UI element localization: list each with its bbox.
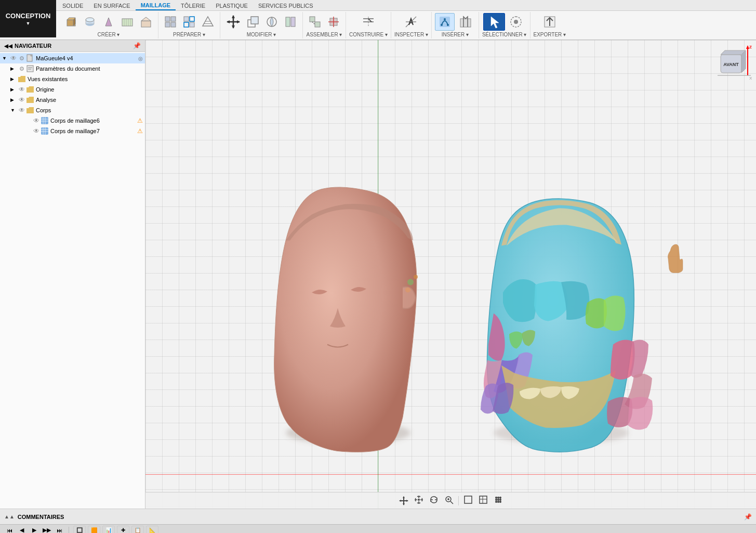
svg-rect-6: [122, 19, 132, 26]
btn-inserer-1[interactable]: [435, 13, 455, 31]
folder-origine-icon: [26, 85, 34, 94]
nav-item-params[interactable]: ▶ ⚙ Paramètres du document: [0, 63, 145, 74]
creer-label[interactable]: CRÉER ▾: [98, 31, 120, 37]
nav-item-corps[interactable]: ▼ 👁 Corps: [0, 105, 145, 115]
status-bar: ⏮ ◀ ▶ ▶▶ ⏭ 🔲 🟧 📊 ✚ 📋 📐: [0, 524, 756, 533]
assembler-label[interactable]: ASSEMBLER ▾: [307, 31, 342, 37]
playback-play[interactable]: ▶: [29, 526, 39, 534]
status-btn-6[interactable]: 📐: [146, 526, 158, 534]
btn-prepare-3[interactable]: [199, 14, 217, 30]
svg-rect-59: [41, 117, 48, 124]
btn-assembler-1[interactable]: [306, 14, 324, 30]
btn-selectionner-1[interactable]: [483, 13, 505, 31]
tab-services-publics[interactable]: SERVICES PUBLICS: [253, 2, 319, 10]
playback-last[interactable]: ⏭: [54, 526, 64, 534]
eye-maillage6[interactable]: 👁: [32, 117, 41, 124]
folder-vues-icon: [18, 75, 26, 83]
toolbar-wireframe-btn[interactable]: [461, 495, 475, 507]
btn-create-4[interactable]: [118, 14, 136, 30]
expand-params[interactable]: ▶: [10, 66, 18, 71]
btn-create-2[interactable]: [81, 14, 99, 30]
svg-line-89: [450, 501, 453, 504]
preparer-label[interactable]: PRÉPARER ▾: [173, 31, 205, 37]
expand-analyse[interactable]: ▶: [10, 97, 18, 102]
btn-exporter-1[interactable]: [540, 13, 560, 31]
btn-create-5[interactable]: [137, 14, 155, 30]
nav-collapse-btn[interactable]: ◀◀: [4, 43, 12, 49]
eye-root[interactable]: 👁: [9, 55, 18, 62]
comments-pin-btn[interactable]: 📌: [744, 513, 752, 521]
toolbar-dots-btn[interactable]: [492, 495, 505, 507]
btn-modifier-4[interactable]: [282, 14, 299, 30]
btn-assembler-2[interactable]: [325, 14, 342, 30]
modifier-label[interactable]: MODIFIER ▾: [247, 31, 276, 37]
tab-tolerie[interactable]: TÔLERIE: [176, 2, 210, 10]
playback-first[interactable]: ⏮: [4, 526, 15, 534]
nav-item-maillage6[interactable]: 👁 Corps de maillage6 ⚠: [0, 115, 145, 126]
gear-root[interactable]: ⚙: [18, 55, 26, 62]
eye-analyse[interactable]: 👁: [18, 96, 26, 103]
svg-text:Z: Z: [749, 45, 752, 49]
svg-marker-58: [26, 107, 34, 113]
eye-corps[interactable]: 👁: [18, 107, 26, 114]
inspecter-label[interactable]: INSPECTER ▾: [394, 31, 428, 37]
exporter-label[interactable]: EXPORTER ▾: [534, 31, 566, 37]
nav-item-analyse[interactable]: ▶ 👁 Analyse: [0, 95, 145, 105]
mesh7-icon: [41, 127, 49, 135]
eye-maillage7[interactable]: 👁: [32, 127, 41, 135]
btn-modifier-move[interactable]: [223, 13, 243, 31]
status-btn-4[interactable]: ✚: [117, 526, 129, 534]
toolbar-zoom-btn[interactable]: [442, 495, 456, 507]
expand-root[interactable]: ▼: [2, 56, 9, 61]
toolbar-grid-btn[interactable]: [476, 495, 490, 507]
playback-prev[interactable]: ◀: [17, 526, 27, 534]
expand-corps[interactable]: ▼: [10, 108, 18, 113]
svg-marker-85: [399, 500, 401, 502]
toolbar-rotate-btn[interactable]: [427, 495, 441, 507]
nav-item-vues[interactable]: ▶ Vues existantes: [0, 74, 145, 84]
btn-prepare-2[interactable]: [180, 14, 198, 30]
svg-marker-57: [26, 97, 34, 103]
tab-solide[interactable]: SOLIDE: [57, 2, 88, 10]
toolbar-move-btn[interactable]: [397, 495, 410, 507]
comments-collapse-btn[interactable]: ▲▲: [4, 514, 15, 519]
btn-inspecter-1[interactable]: [401, 13, 421, 31]
status-btn-2[interactable]: 🟧: [88, 526, 100, 534]
svg-marker-86: [406, 500, 408, 502]
nav-analyse-label: Analyse: [36, 97, 56, 103]
btn-construire-1[interactable]: [359, 13, 378, 31]
svg-point-45: [447, 24, 449, 26]
btn-inserer-2[interactable]: [456, 13, 475, 31]
btn-selectionner-2[interactable]: [506, 13, 526, 31]
btn-modifier-2[interactable]: [244, 14, 262, 30]
eye-origine[interactable]: 👁: [18, 86, 26, 93]
construire-label[interactable]: CONSTRUIRE ▾: [349, 31, 388, 37]
btn-create-3[interactable]: [100, 14, 117, 30]
status-btn-1[interactable]: 🔲: [73, 526, 86, 534]
status-btn-3[interactable]: 📊: [102, 526, 115, 534]
playback-next[interactable]: ▶▶: [42, 526, 52, 534]
file-icon: [26, 54, 34, 62]
svg-rect-46: [460, 19, 471, 27]
nav-item-root[interactable]: ▼ 👁 ⚙ MaGueule4 v4 ◎: [0, 53, 145, 63]
nav-item-maillage7[interactable]: 👁 Corps de maillage7 ⚠: [0, 126, 145, 136]
nav-item-origine[interactable]: ▶ 👁 Origine: [0, 84, 145, 95]
inserer-label[interactable]: INSÉRER ▾: [442, 31, 469, 37]
tab-plastique[interactable]: PLASTIQUE: [210, 2, 253, 10]
conception-button[interactable]: CONCEPTION ▼: [0, 0, 56, 37]
toolbar-pan-btn[interactable]: [412, 495, 426, 507]
nav-root-label: MaGueule4 v4: [36, 55, 137, 61]
expand-origine[interactable]: ▶: [10, 87, 18, 92]
nav-pin-btn[interactable]: 📌: [133, 42, 141, 49]
viewport[interactable]: AVANT Z X: [145, 40, 756, 509]
tab-maillage[interactable]: MAILLAGE: [136, 1, 176, 10]
selectionner-label[interactable]: SÉLECTIONNER ▾: [482, 31, 527, 37]
btn-prepare-1[interactable]: [162, 14, 179, 30]
tab-en-surface[interactable]: EN SURFACE: [88, 2, 135, 10]
status-btn-5[interactable]: 📋: [131, 526, 144, 534]
expand-vues[interactable]: ▶: [10, 76, 18, 82]
btn-modifier-3[interactable]: [263, 14, 281, 30]
nav-target-icon[interactable]: ◎: [138, 56, 143, 61]
btn-create-box[interactable]: [62, 14, 80, 30]
svg-text:AVANT: AVANT: [723, 62, 739, 67]
